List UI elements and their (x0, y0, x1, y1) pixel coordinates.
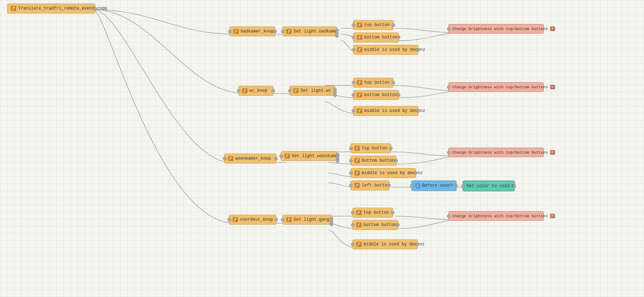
function-icon: ƒ (356, 222, 362, 227)
port-in (351, 223, 354, 227)
set-gang-node[interactable]: ƒ Set light.gang (282, 215, 332, 225)
woonkamer-knop-label: woonkamer_knop (235, 156, 271, 161)
top-btn-1-label: top button (364, 23, 390, 28)
function-icon: ƒ (357, 108, 362, 113)
top-btn-2-node[interactable]: ƒ top button (353, 78, 394, 88)
function-icon: ƒ (285, 154, 290, 159)
bottom-btn-4-node[interactable]: ƒ bottom button (352, 220, 398, 230)
bottom-btn-3-node[interactable]: ƒ bottom button (351, 156, 396, 166)
port-in (461, 184, 465, 188)
badkamer-knop-node[interactable]: ƒ badkamer_knop (229, 26, 275, 36)
port-out (392, 23, 395, 27)
main-node-port-out (93, 7, 97, 10)
port-in (447, 27, 451, 31)
port-in (352, 109, 355, 113)
set-wc-node[interactable]: ƒ Set light.wc (290, 86, 335, 96)
comment-1-label: Change brightness with top/bottom button… (452, 27, 548, 31)
wc-knop-node[interactable]: ƒ wc_knop (238, 86, 274, 96)
port-in (352, 36, 355, 39)
set-woonkamer-label: Set light.woonkamer (292, 154, 340, 159)
comment-1-node[interactable]: Change brightness with top/bottom button… (448, 24, 544, 34)
port-in (349, 184, 353, 187)
port-out (389, 147, 393, 150)
wc-knop-label: wc_knop (250, 88, 267, 93)
function-icon: ƒ (357, 23, 362, 28)
port-out-3 (333, 94, 337, 97)
before-noon-node[interactable]: i Before noon? (411, 180, 457, 191)
top-btn-3-label: top button (362, 146, 387, 151)
port-in (351, 243, 354, 246)
bottom-btn-2-label: bottom button (364, 93, 398, 97)
function-icon: ƒ (354, 183, 360, 188)
port-out (391, 211, 394, 214)
set-color-cold-label: Set color to cold (466, 184, 509, 189)
bottom-btn-2-node[interactable]: ƒ bottom button (353, 90, 399, 100)
function-icon: ƒ (354, 171, 360, 176)
port-in (227, 218, 231, 221)
port-out (272, 89, 275, 93)
middle-1-node[interactable]: ƒ middle is used by deconz (353, 45, 418, 55)
left-btn-3-node[interactable]: ƒ left button (351, 180, 389, 190)
port-out (454, 184, 458, 188)
port-in (352, 81, 355, 84)
port-out (396, 223, 400, 227)
port-in (352, 93, 355, 97)
comment-icon: ≡ (550, 85, 555, 89)
port-in (281, 218, 285, 221)
info-icon: i (415, 183, 421, 189)
set-woonkamer-node[interactable]: ƒ Set light.woonkamer (281, 151, 338, 161)
main-node[interactable]: ƒ Translate_tradfri_remote_event_code (7, 4, 95, 13)
function-icon: ƒ (228, 156, 233, 161)
port-in (447, 214, 451, 218)
comment-2-node[interactable]: Change brightness with top/bottom button… (448, 82, 544, 92)
function-icon: ƒ (233, 29, 239, 34)
middle-2-node[interactable]: ƒ middle is used by deconz (353, 106, 418, 116)
port-out (387, 184, 391, 187)
port-in (351, 211, 354, 214)
port-out (414, 171, 417, 175)
function-icon: ƒ (356, 242, 362, 247)
port-out-3 (330, 222, 333, 226)
port-out (416, 48, 420, 52)
comment-4-node[interactable]: Change brightness with top/bottom button… (448, 211, 544, 221)
function-icon: ƒ (286, 217, 292, 222)
port-out-4 (336, 159, 339, 163)
top-btn-3-node[interactable]: ƒ top button (351, 143, 391, 153)
port-in (288, 89, 292, 93)
port-in (447, 85, 451, 89)
port-in (228, 30, 232, 33)
set-badkamer-label: Set light.badkamer (294, 29, 340, 34)
function-icon: ƒ (293, 88, 299, 93)
bottom-btn-4-label: bottom button (364, 222, 397, 227)
set-color-cold-node[interactable]: Set color to cold ❄ (463, 180, 515, 191)
port-in (352, 23, 355, 27)
port-in (447, 151, 451, 154)
badkamer-knop-label: badkamer_knop (241, 29, 274, 34)
port-out (273, 30, 277, 33)
function-icon: ƒ (354, 158, 360, 163)
port-out (416, 243, 419, 246)
port-out (397, 36, 400, 39)
port-in (349, 147, 353, 150)
comment-3-node[interactable]: Change brightness with top/bottom button… (448, 148, 544, 157)
set-badkamer-node[interactable]: ƒ Set light.badkamer (282, 26, 337, 36)
bottom-btn-1-node[interactable]: ƒ bottom button (353, 32, 399, 42)
voordeur-knop-node[interactable]: ƒ voordeur_knop (229, 215, 276, 225)
port-out (416, 109, 420, 113)
bottom-btn-3-label: bottom button (362, 158, 395, 163)
port-out (392, 81, 395, 84)
woonkamer-knop-node[interactable]: ƒ woonkamer_knop (224, 154, 276, 164)
function-icon: ƒ (356, 210, 362, 215)
top-btn-1-node[interactable]: ƒ top button (353, 20, 394, 30)
top-btn-4-node[interactable]: ƒ top button (352, 208, 393, 218)
left-btn-3-label: left button (362, 183, 390, 188)
top-btn-4-label: top button (364, 210, 389, 215)
middle-4-node[interactable]: ƒ middle is used by deconz (352, 239, 418, 249)
comment-icon: ≡ (550, 26, 555, 31)
function-icon: ƒ (286, 29, 292, 34)
middle-3-node[interactable]: ƒ middle is used by deconz (351, 168, 416, 178)
port-in (410, 184, 413, 188)
port-in (352, 48, 355, 52)
function-icon: ƒ (357, 93, 362, 97)
node-red-canvas: ƒ Translate_tradfri_remote_event_code ƒ … (0, 0, 644, 297)
